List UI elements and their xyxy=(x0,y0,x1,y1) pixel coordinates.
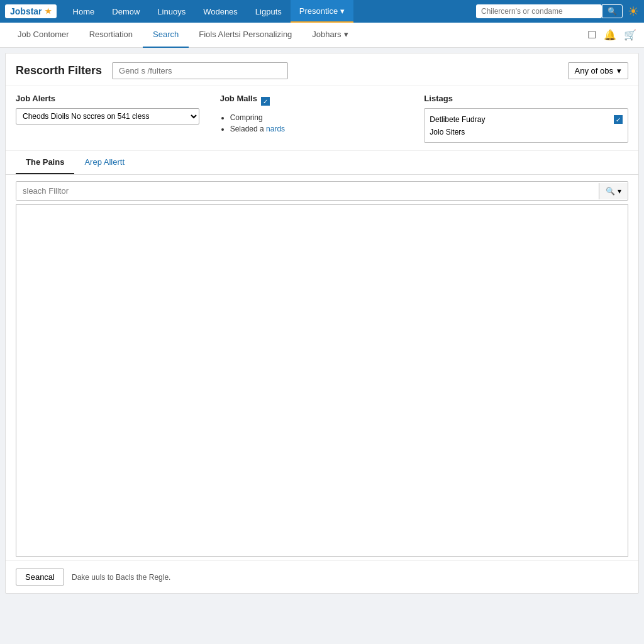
tabs: The Pains Arep Allertt xyxy=(16,151,628,174)
filters-title: Rescorth Filters xyxy=(16,64,102,77)
listing-row-1: Jolo Siters xyxy=(430,126,623,138)
nav-link-wodenes[interactable]: Wodenes xyxy=(194,0,247,23)
logo[interactable]: Jobstar ★ xyxy=(5,4,57,18)
top-search-button[interactable]: 🔍 xyxy=(602,4,623,18)
window-icon[interactable]: ☐ xyxy=(587,29,596,41)
filters-header: Rescorth Filters Any of obs ▾ xyxy=(6,53,638,86)
tab-arep-allertt[interactable]: Arep Allertt xyxy=(74,151,135,174)
top-search-input[interactable] xyxy=(476,4,602,18)
nav-link-ligputs[interactable]: Ligputs xyxy=(247,0,291,23)
search-filter-input[interactable] xyxy=(16,182,599,200)
sub-nav-job-contomer[interactable]: Job Contomer xyxy=(8,23,79,48)
jobhars-dropdown-icon: ▾ xyxy=(344,30,348,39)
job-malls-title: Job Malls xyxy=(220,94,257,103)
search-icon: 🔍 xyxy=(606,187,615,196)
nav-link-home[interactable]: Home xyxy=(64,0,104,23)
sub-nav-fiols[interactable]: Fiols Alertsi Personalizing xyxy=(189,23,302,48)
listags-title: Listags xyxy=(424,94,628,103)
top-nav-links: Home Demow Linuoys Wodenes Ligputs Preso… xyxy=(64,0,476,23)
logo-star: ★ xyxy=(45,7,52,16)
sub-nav-jobhars[interactable]: Jobhars ▾ xyxy=(302,23,358,48)
notification-icon[interactable]: 🔔 xyxy=(604,29,616,41)
cancel-button[interactable]: Seancal xyxy=(16,569,64,586)
sub-nav-icons: ☐ 🔔 🛒 xyxy=(587,29,636,41)
job-malls-nards-link[interactable]: nards xyxy=(266,125,285,133)
sub-nav-resortiation[interactable]: Resortiation xyxy=(79,23,143,48)
nav-link-demow[interactable]: Demow xyxy=(103,0,148,23)
job-malls-item-1: Seladed a nards xyxy=(230,125,425,133)
main-content: Rescorth Filters Any of obs ▾ Job Alerts… xyxy=(5,53,639,594)
sub-nav: Job Contomer Resortiation Search Fiols A… xyxy=(0,23,644,48)
top-nav: Jobstar ★ Home Demow Linuoys Wodenes Lig… xyxy=(0,0,644,23)
footer-text: Dake uuls to Bacls the Regle. xyxy=(72,573,170,582)
filters-dropdown[interactable]: Any of obs ▾ xyxy=(568,62,628,79)
filters-dropdown-label: Any of obs xyxy=(575,66,613,75)
tab-the-pains[interactable]: The Pains xyxy=(16,151,74,174)
logo-text: Jobstar xyxy=(10,6,42,16)
search-dropdown-arrow-icon: ▾ xyxy=(618,187,621,196)
job-alerts-select[interactable]: Cheods Dioils No sccres on 541 cless xyxy=(16,108,199,125)
job-alerts-title: Job Alerts xyxy=(16,94,220,103)
job-malls-content: Job Malls ✓ Compring Seladed a nards xyxy=(220,94,425,136)
user-icon: ☀ xyxy=(628,4,639,19)
job-alerts-section: Job Alerts Cheods Dioils No sccres on 54… xyxy=(16,94,220,143)
nav-link-linuoys[interactable]: Linuoys xyxy=(148,0,194,23)
nav-link-presontice[interactable]: Presontice ▾ xyxy=(291,0,353,23)
listing-checkbox-0[interactable]: ✓ xyxy=(614,115,623,124)
search-filter-row: 🔍 ▾ xyxy=(16,181,628,201)
job-malls-list: Compring Seladed a nards xyxy=(220,113,425,133)
job-malls-section: Job Malls ✓ Compring Seladed a nards xyxy=(220,94,425,143)
filters-dropdown-arrow-icon: ▾ xyxy=(617,66,621,75)
cart-icon[interactable]: 🛒 xyxy=(624,29,636,41)
tabs-section: The Pains Arep Allertt xyxy=(6,151,638,175)
sub-nav-search[interactable]: Search xyxy=(143,23,189,48)
listing-label-0: Detlibete Fudray xyxy=(430,115,609,124)
job-malls-item-0: Compring xyxy=(230,113,425,122)
filters-input[interactable] xyxy=(112,62,288,79)
listing-row-0: Detlibete Fudray ✓ xyxy=(430,113,623,126)
search-filter-button[interactable]: 🔍 ▾ xyxy=(599,183,628,199)
dropdown-arrow-icon: ▾ xyxy=(340,6,345,16)
footer-section: Seancal Dake uuls to Bacls the Regle. xyxy=(6,560,638,593)
results-area[interactable] xyxy=(16,204,628,557)
filter-sections: Job Alerts Cheods Dioils No sccres on 54… xyxy=(6,86,638,151)
search-filter-area: 🔍 ▾ xyxy=(6,181,638,201)
listags-box: Detlibete Fudray ✓ Jolo Siters xyxy=(424,108,628,143)
job-malls-checkbox[interactable]: ✓ xyxy=(261,97,270,106)
listags-section: Listags Detlibete Fudray ✓ Jolo Siters xyxy=(424,94,628,143)
listing-label-1: Jolo Siters xyxy=(430,128,623,136)
